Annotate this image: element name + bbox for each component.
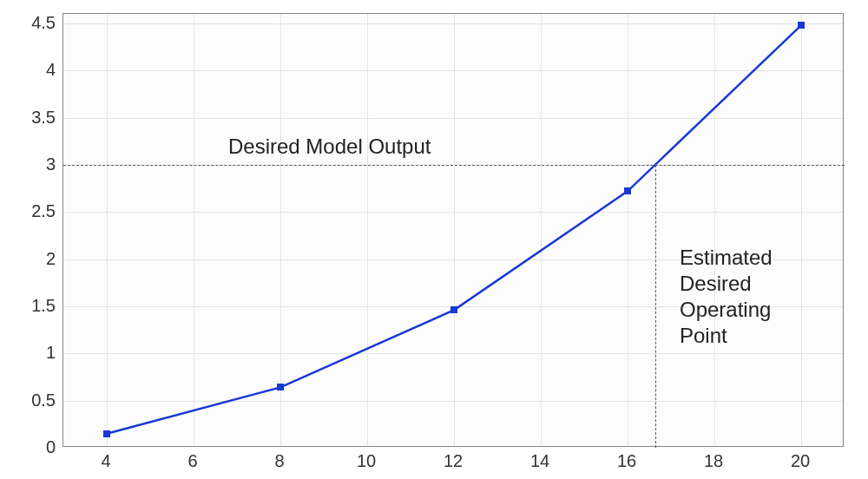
- y-tick-label: 3.5: [17, 107, 56, 127]
- estimated-l2: Desired: [680, 272, 752, 295]
- y-tick-label: 1.5: [17, 295, 56, 315]
- x-tick-label: 14: [530, 451, 549, 471]
- x-tick-label: 12: [444, 451, 463, 471]
- x-tick-label: 18: [704, 451, 723, 471]
- desired-output-line: [63, 165, 845, 166]
- y-tick-label: 0.5: [17, 390, 56, 410]
- y-tick-label: 2.5: [17, 201, 56, 221]
- desired-output-label: Desired Model Output: [228, 134, 431, 160]
- x-tick-label: 20: [791, 451, 810, 471]
- data-point: [277, 384, 284, 390]
- data-point: [798, 22, 805, 29]
- chart-container: Desired Model Output Estimated Desired O…: [17, 9, 851, 470]
- estimated-point-label: Estimated Desired Operating Point: [680, 245, 773, 349]
- y-tick-label: 3: [17, 154, 56, 174]
- x-tick-label: 16: [617, 451, 636, 471]
- x-tick-label: 8: [274, 451, 284, 471]
- data-point: [450, 306, 457, 313]
- y-tick-label: 4: [17, 60, 56, 80]
- operating-point-line: [655, 165, 656, 448]
- estimated-l1: Estimated: [680, 246, 773, 269]
- x-tick-label: 10: [357, 451, 376, 471]
- plot-area: Desired Model Output Estimated Desired O…: [62, 13, 844, 447]
- estimated-l4: Point: [680, 324, 727, 347]
- data-point: [103, 430, 110, 437]
- data-curve: [63, 14, 843, 446]
- y-tick-label: 1: [17, 343, 56, 363]
- data-point: [624, 187, 631, 194]
- y-tick-label: 2: [17, 248, 56, 268]
- y-tick-label: 0: [17, 437, 56, 457]
- y-tick-label: 4.5: [17, 12, 56, 32]
- estimated-l3: Operating: [680, 298, 771, 321]
- x-tick-label: 4: [101, 451, 110, 471]
- x-tick-label: 6: [187, 451, 197, 471]
